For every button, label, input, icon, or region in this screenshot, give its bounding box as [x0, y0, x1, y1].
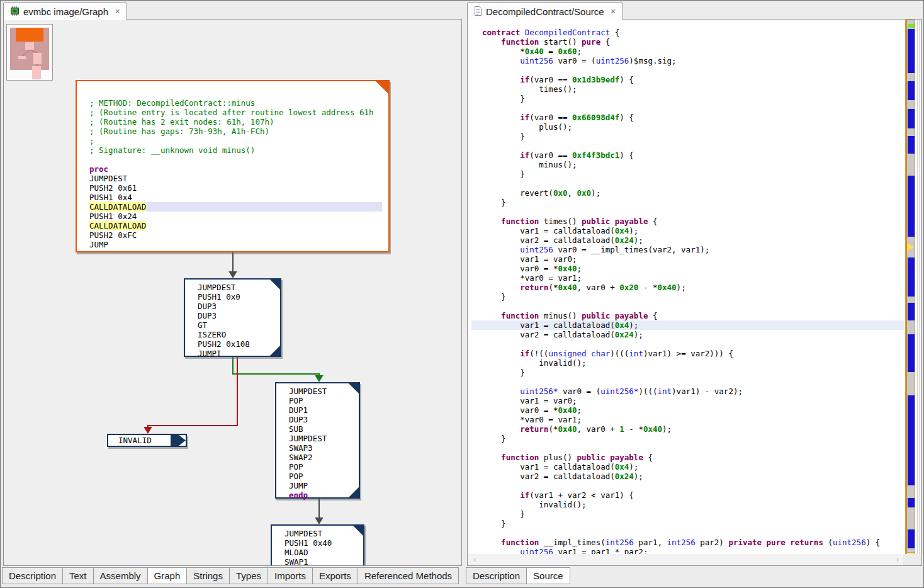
tab-source-view[interactable]: DecompiledContract/Source ✕	[467, 3, 623, 20]
graph-minimap[interactable]	[6, 24, 53, 81]
ruler-mark[interactable]	[908, 176, 915, 237]
source-line: revert(0x0, 0x0);	[471, 188, 904, 198]
tab-assembly[interactable]: Assembly	[93, 567, 148, 584]
asm-line	[89, 155, 388, 164]
asm-line: proc	[89, 164, 388, 174]
source-line: uint256 var0 = __impl_times(var2, var1);	[471, 245, 904, 254]
graph-node-entry[interactable]: ; METHOD: DecompiledContract::minus; (Ro…	[76, 80, 390, 252]
node-code: JUMPDESTPUSH1 0x0DUP3DUP3GTISZEROPUSH2 0…	[185, 280, 280, 358]
current-position-arrow-icon[interactable]	[907, 243, 914, 251]
graph-node-tail[interactable]: JUMPDESTPUSH1 0x40MLOADSWAP1DUP2	[271, 524, 364, 566]
source-line	[471, 103, 904, 113]
source-line: var1 = var0;	[471, 254, 904, 264]
tab-source-title: DecompiledContract/Source	[486, 6, 604, 17]
source-line: }	[471, 94, 904, 103]
scroll-right-icon[interactable]: ›	[896, 555, 899, 564]
tab-types[interactable]: Types	[229, 567, 268, 584]
graph-node-body[interactable]: JUMPDESTPOPDUP1DUP3SUBJUMPDESTSWAP3SWAP2…	[275, 382, 360, 499]
arrow-right-icon	[171, 435, 186, 446]
asm-line: JUMPDEST	[285, 529, 363, 538]
tab-graph[interactable]: Graph	[147, 567, 188, 584]
scrollbar-corner	[903, 554, 921, 565]
graph-node-condition[interactable]: JUMPDESTPUSH1 0x0DUP3DUP3GTISZEROPUSH2 0…	[184, 278, 281, 357]
ruler-edge	[906, 20, 907, 554]
source-line: return(*0x40, var0 + 0x20 - *0x40);	[471, 283, 904, 292]
asm-line: DUP1	[289, 405, 359, 415]
close-icon[interactable]: ✕	[115, 8, 120, 16]
source-editor[interactable]: contract DecompiledContract { function s…	[467, 19, 922, 566]
tab-description[interactable]: Description	[466, 567, 527, 584]
source-line: var2 = calldataload(0x24);	[471, 472, 904, 481]
source-line: }	[471, 198, 904, 207]
overview-ruler-rail[interactable]	[904, 20, 921, 555]
minimap-viewport[interactable]	[16, 28, 43, 42]
source-line	[471, 339, 904, 349]
tab-strings[interactable]: Strings	[186, 567, 230, 584]
minimap-node	[25, 42, 34, 50]
ruler-mark[interactable]	[908, 109, 915, 128]
source-line: minus();	[471, 160, 904, 169]
ruler-mark[interactable]	[908, 498, 915, 507]
source-line: if(var1 + var2 < var1) {	[471, 490, 904, 500]
ruler-mark[interactable]	[908, 81, 915, 100]
overview-ruler[interactable]	[905, 20, 915, 555]
ruler-mark[interactable]	[908, 529, 915, 548]
asm-line: PUSH2 0x61	[89, 183, 388, 193]
source-line: times();	[471, 84, 904, 94]
source-line: *var0 = var1;	[471, 273, 904, 283]
asm-line: ISZERO	[198, 330, 280, 339]
source-line	[471, 141, 904, 150]
source-line: invalid();	[471, 500, 904, 509]
tab-description[interactable]: Description	[2, 567, 63, 584]
source-line: *var0 = var1;	[471, 415, 904, 424]
source-line: if(var0 == 0x66098d4f) {	[471, 113, 904, 122]
ruler-mark[interactable]	[908, 29, 915, 73]
asm-line: DUP3	[198, 311, 280, 320]
source-line: function times() public payable {	[471, 217, 904, 226]
fold-corner-icon	[349, 487, 359, 497]
source-line: }	[471, 169, 904, 179]
ruler-mark[interactable]	[908, 303, 915, 320]
graph-node-invalid[interactable]: INVALID	[107, 434, 187, 447]
source-line: var1 = calldataload(0x4);	[471, 462, 904, 472]
asm-line: ; Signature: __unknown void minus()	[89, 145, 388, 155]
ruler-mark[interactable]	[908, 257, 915, 297]
source-line	[471, 207, 904, 217]
fold-corner-icon	[376, 81, 388, 94]
asm-line: ; (Routine has gaps: 73h-93h, A1h-FCh)	[89, 127, 388, 136]
source-line: if(var0 == 0x1d3b9edf) {	[471, 75, 904, 84]
ruler-green-mark[interactable]	[908, 24, 915, 28]
source-line: uint256 var0 = (uint256)$msg.sig;	[471, 56, 904, 65]
source-line: var2 = calldataload(0x24);	[471, 330, 904, 339]
graph-panel-tabbar: DescriptionTextAssemblyGraphStringsTypes…	[2, 567, 464, 587]
source-code[interactable]: contract DecompiledContract { function s…	[471, 28, 904, 557]
tab-imports[interactable]: Imports	[268, 567, 313, 584]
tab-source[interactable]: Source	[526, 567, 570, 584]
horizontal-scrollbar[interactable]: ‹ ›	[468, 554, 904, 565]
graph-canvas[interactable]: ; METHOD: DecompiledContract::minus; (Ro…	[3, 19, 462, 566]
ruler-mark[interactable]	[908, 395, 915, 485]
tab-graph-view[interactable]: evmbc image/Graph ✕	[3, 3, 127, 20]
minimap-node	[18, 56, 26, 59]
source-line: }	[471, 434, 904, 443]
ruler-mark[interactable]	[908, 334, 915, 372]
source-line: invalid();	[471, 358, 904, 368]
source-line: function start() pure {	[471, 37, 904, 47]
node-code: JUMPDESTPOPDUP1DUP3SUBJUMPDESTSWAP3SWAP2…	[276, 383, 359, 500]
source-line	[471, 302, 904, 311]
source-line-highlighted: var1 = calldataload(0x4);	[471, 320, 904, 330]
tab-referenced-methods[interactable]: Referenced Methods	[358, 567, 459, 584]
source-line: }	[471, 519, 904, 528]
source-line: uint256* var0 = (uint256*)(((int)var1) -…	[471, 387, 904, 396]
tab-text[interactable]: Text	[62, 567, 94, 584]
asm-line: POP	[289, 396, 359, 405]
source-line	[471, 65, 904, 75]
scroll-left-icon[interactable]: ‹	[473, 555, 476, 564]
ruler-mark[interactable]	[908, 136, 915, 154]
source-line: }	[471, 292, 904, 302]
tab-exports[interactable]: Exports	[312, 567, 358, 584]
asm-line: ; (Routine entry is located after routin…	[89, 108, 388, 117]
close-icon[interactable]: ✕	[611, 8, 616, 16]
asm-line: DUP3	[198, 302, 280, 311]
node-code: JUMPDESTPUSH1 0x40MLOADSWAP1DUP2	[272, 526, 363, 566]
